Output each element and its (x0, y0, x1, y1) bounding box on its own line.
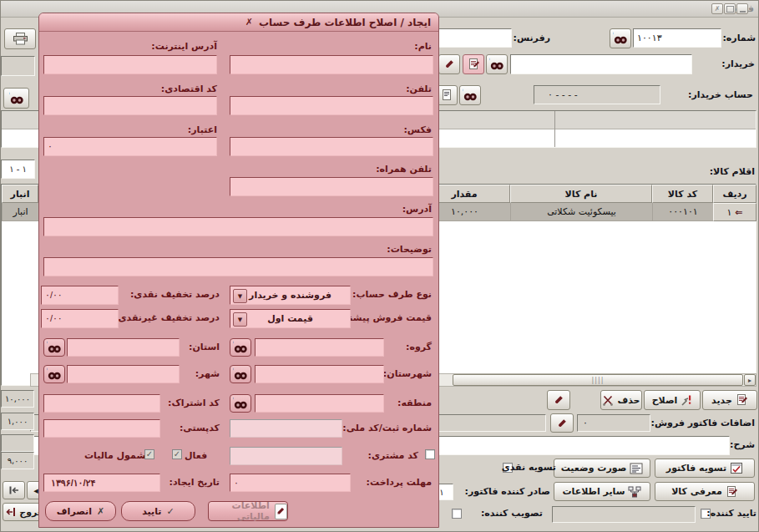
phone-input[interactable] (230, 96, 433, 115)
postal-input[interactable] (43, 419, 160, 438)
edit-button[interactable]: اصلاح (644, 390, 701, 410)
province-search-button[interactable]: ? (43, 338, 65, 357)
regnum-input[interactable] (230, 419, 342, 438)
dialog-close-icon[interactable]: ✗ (245, 17, 253, 28)
chevron-down-icon[interactable]: ▼ (233, 289, 247, 303)
price-suggest-value: قیمت اول (267, 313, 313, 324)
credit-label: اعتبار: (43, 124, 217, 135)
party-type-select[interactable]: فروشنده و خریدار ▼ (230, 286, 351, 305)
other-info-label: سایر اطلاعات (563, 486, 625, 497)
region-search-button[interactable]: ? (230, 394, 251, 413)
document-icon (441, 89, 453, 102)
row-selector-icon: ⇐ (735, 207, 742, 218)
svg-text:?: ? (47, 367, 48, 375)
other-info-button[interactable]: سایر اطلاعات (554, 482, 650, 501)
cash-discount-input[interactable] (41, 286, 119, 305)
notes-input[interactable] (43, 257, 433, 276)
address-label: آدرس: (402, 204, 432, 215)
city-input[interactable] (67, 365, 180, 383)
created-input[interactable] (43, 474, 160, 492)
new-doc-icon (736, 393, 748, 407)
items-note-button[interactable] (547, 390, 570, 410)
buyer-account-label: حساب خریدار: (661, 89, 753, 100)
issuer-label: صادر کننده فاکتور: (467, 486, 550, 497)
pencil-icon (556, 418, 568, 429)
notes-label: توضیحات: (387, 244, 432, 255)
taxable-checkbox[interactable] (144, 449, 154, 459)
cell-warehouse: انبار (2, 203, 38, 221)
svg-text:?: ? (613, 32, 614, 39)
cash-discount-label: درصد تخفیف نقدی: (102, 289, 220, 300)
customer-code-label: کد مشتری: (368, 450, 418, 461)
blank-amount-field (1, 434, 34, 452)
province-input[interactable] (67, 338, 180, 357)
county-input[interactable] (255, 365, 384, 383)
economic-input[interactable] (43, 96, 217, 115)
maximize-icon[interactable] (724, 3, 736, 14)
row-selector-cell[interactable]: ⇐ ۱ (713, 203, 756, 221)
buyer-search-button[interactable]: ? (486, 54, 508, 74)
noncash-discount-input[interactable] (41, 309, 119, 328)
introduce-goods-label: معرفی کالا (671, 486, 722, 497)
col-header-warehouse: انبار (2, 185, 38, 203)
number-search-button[interactable]: ? (610, 28, 631, 48)
status-sheet-icon (630, 463, 643, 474)
mobile-input[interactable] (230, 177, 433, 196)
binoculars-icon: ? (9, 92, 24, 105)
address-input[interactable] (43, 217, 433, 236)
approver-field (552, 506, 696, 523)
delete-button[interactable]: حذف (600, 390, 642, 410)
binoculars-icon: ? (613, 32, 628, 45)
additions-edit-button[interactable] (550, 413, 574, 433)
buyer-edit-button[interactable] (438, 54, 460, 74)
introduce-goods-button[interactable]: معرفی کالا (655, 482, 755, 501)
cancel-button[interactable]: ✗ انصراف (45, 501, 116, 521)
col-header-name: نام کالا (510, 185, 652, 203)
name-input[interactable] (230, 55, 433, 74)
region-input[interactable] (255, 394, 384, 413)
minimize-icon[interactable] (736, 3, 748, 14)
chevron-down-icon[interactable]: ▼ (233, 312, 247, 327)
city-search-button[interactable]: ? (43, 365, 65, 383)
county-search-button[interactable]: ? (230, 365, 251, 383)
print-button[interactable] (4, 28, 36, 49)
customer-code-input[interactable] (230, 447, 342, 465)
new-button[interactable]: جدید (702, 390, 757, 410)
price-suggest-select[interactable]: قیمت اول ▼ (230, 309, 351, 328)
credit-input[interactable] (43, 137, 217, 156)
invoice-check-icon (730, 462, 743, 474)
first-record-button[interactable] (3, 481, 25, 499)
col-header-row: ردیف (713, 185, 756, 203)
exit-arrow-icon (6, 507, 16, 517)
group-input[interactable] (255, 338, 384, 357)
scroll-right-button[interactable]: ▸ (744, 374, 756, 386)
new-button-label: جدید (711, 395, 732, 406)
left-search-button[interactable]: ? (3, 88, 29, 109)
check-icon: ✓ (167, 506, 175, 517)
active-checkbox[interactable] (172, 449, 182, 459)
edit-icon (681, 394, 692, 406)
buyer-account-search-button[interactable]: ? (459, 85, 481, 105)
delete-button-label: حذف (617, 395, 640, 406)
status-sheet-button[interactable]: صورت وضعیت (554, 459, 650, 478)
fax-label: فکس: (403, 124, 432, 135)
region-label: منطقه: (397, 398, 432, 408)
settle-invoice-button[interactable]: تسویه فاکتور (655, 459, 755, 478)
number-input[interactable] (633, 28, 721, 48)
svg-text:?: ? (233, 397, 234, 404)
group-search-button[interactable]: ? (230, 338, 251, 357)
customer-code-checkbox[interactable] (425, 449, 435, 459)
scrollbar-thumb[interactable]: |||| (453, 374, 743, 386)
subscription-input[interactable] (43, 394, 160, 413)
tax-info-button[interactable]: اطلاعات مالیاتی (208, 501, 288, 521)
ok-button[interactable]: ✓ تایید (121, 501, 195, 521)
due-input[interactable] (230, 474, 351, 492)
close-icon[interactable]: ✗ (711, 3, 723, 14)
col-header-code: کد کالا (652, 185, 713, 203)
internet-input[interactable] (43, 55, 217, 74)
party-type-label: نوع طرف حساب: (352, 289, 432, 300)
buyer-input[interactable] (510, 54, 692, 74)
ratifier-checkbox[interactable] (452, 509, 462, 519)
buyer-new-party-button[interactable] (463, 54, 484, 74)
fax-input[interactable] (230, 137, 433, 156)
